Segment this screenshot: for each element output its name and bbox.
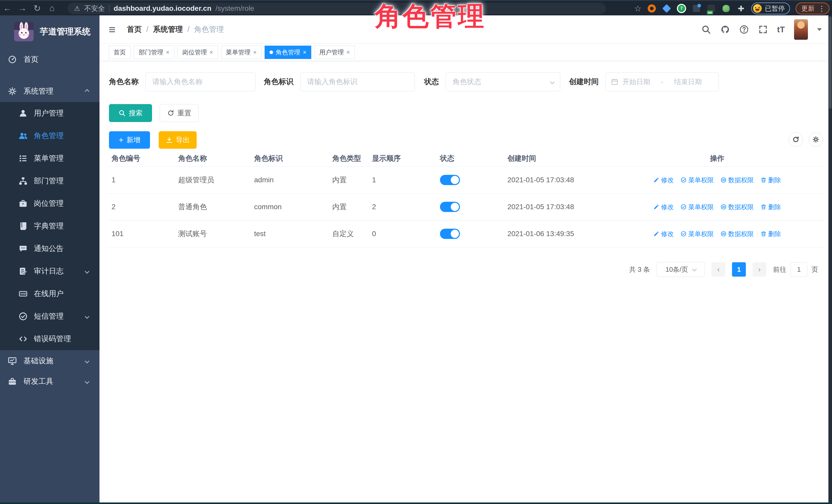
menu-permission-link[interactable]: 菜单权限: [680, 230, 714, 238]
column-header: 角色名称: [173, 154, 249, 163]
page-size-select[interactable]: 10条/页: [657, 262, 705, 277]
tab-roles[interactable]: 角色管理 ×: [265, 46, 311, 59]
extension-orange-icon[interactable]: [647, 4, 656, 13]
pagination-goto: 前往 页: [773, 262, 818, 276]
sidebar-item-dictionary[interactable]: 字典管理: [0, 215, 100, 237]
reset-button[interactable]: 重置: [160, 104, 199, 122]
menu-permission-link[interactable]: 菜单权限: [680, 176, 714, 184]
extension-switch-icon[interactable]: on: [707, 4, 716, 13]
circle-data-icon: [721, 204, 727, 210]
create-time-label: 创建时间: [569, 77, 599, 87]
close-icon[interactable]: ×: [166, 49, 170, 56]
tab-menus[interactable]: 菜单管理 ×: [221, 46, 262, 59]
tab-departments[interactable]: 部门管理 ×: [134, 46, 174, 59]
close-icon[interactable]: ×: [253, 49, 257, 56]
delete-link[interactable]: 删除: [760, 230, 781, 238]
search-icon[interactable]: [701, 25, 711, 34]
sidebar-item-sms[interactable]: 短信管理: [0, 305, 100, 328]
data-permission-link[interactable]: 数据权限: [721, 230, 754, 238]
circle-check-icon: [680, 204, 686, 210]
code-icon: [18, 334, 28, 344]
app-logo-row[interactable]: 芋道管理系统: [0, 19, 100, 44]
sidebar-toggle-icon[interactable]: ≡: [109, 23, 115, 36]
help-icon[interactable]: [739, 25, 749, 34]
trash-icon: [760, 177, 766, 183]
tab-users[interactable]: 用户管理 ×: [314, 46, 355, 59]
extension-green-circle-icon[interactable]: 7: [677, 4, 686, 13]
github-icon[interactable]: [720, 25, 730, 34]
sidebar-item-positions[interactable]: 岗位管理: [0, 192, 100, 215]
browser-reload-icon[interactable]: ↻: [30, 3, 45, 13]
extension-sprout-icon[interactable]: [722, 4, 731, 13]
export-button[interactable]: 导出: [159, 131, 197, 149]
cell-created: 2021-01-06 13:49:35: [502, 230, 610, 238]
edit-link[interactable]: 修改: [653, 230, 674, 238]
sidebar-item-audit-logs[interactable]: 审计日志: [0, 260, 100, 283]
refresh-table-button[interactable]: [789, 132, 803, 147]
tab-home[interactable]: 首页: [109, 46, 131, 59]
role-name-input[interactable]: [146, 72, 256, 91]
edit-link[interactable]: 修改: [653, 176, 674, 184]
close-icon[interactable]: ×: [346, 49, 350, 56]
sidebar-item-home[interactable]: 首页: [0, 49, 100, 70]
goto-page-input[interactable]: [790, 262, 807, 276]
role-key-input[interactable]: [300, 72, 415, 91]
column-settings-button[interactable]: [809, 132, 823, 147]
browser-menu-icon[interactable]: ⋮: [818, 4, 825, 13]
data-permission-link[interactable]: 数据权限: [721, 203, 754, 211]
add-button[interactable]: + 新增: [109, 131, 150, 149]
address-bar[interactable]: ⚠ 不安全 dashboard.yudao.iocoder.cn /system…: [68, 3, 606, 14]
cell-role-id: 1: [106, 176, 173, 184]
sidebar-item-label: 系统管理: [24, 86, 53, 97]
sidebar-item-departments[interactable]: 部门管理: [0, 170, 100, 192]
font-size-icon[interactable]: tT: [777, 25, 785, 34]
extension-gem-icon[interactable]: [662, 4, 671, 13]
table-row: 101 测试账号 test 自定义 0 2021-01-06 13:49:35 …: [106, 220, 824, 247]
close-icon[interactable]: ×: [209, 49, 213, 56]
bookmark-star-icon[interactable]: ☆: [634, 4, 642, 13]
status-toggle[interactable]: [440, 229, 460, 239]
role-name-label: 角色名称: [109, 77, 139, 87]
breadcrumb-home[interactable]: 首页: [127, 24, 142, 35]
prev-page-button[interactable]: ‹: [711, 262, 725, 276]
menu-permission-link[interactable]: 菜单权限: [680, 203, 714, 211]
close-icon[interactable]: ×: [303, 49, 306, 56]
current-page-button[interactable]: 1: [732, 262, 746, 276]
fullscreen-icon[interactable]: [758, 25, 768, 34]
sidebar-item-system[interactable]: 系统管理: [0, 80, 100, 102]
browser-update-button[interactable]: 更新 ⋮: [796, 3, 829, 15]
sidebar-item-error-codes[interactable]: 错误码管理: [0, 328, 100, 350]
data-permission-link[interactable]: 数据权限: [721, 176, 754, 184]
extension-grid-icon[interactable]: [692, 4, 701, 13]
breadcrumb-system[interactable]: 系统管理: [153, 24, 183, 35]
sidebar-item-infrastructure[interactable]: 基础设施: [0, 351, 100, 371]
status-toggle[interactable]: [440, 202, 460, 212]
status-select[interactable]: 角色状态: [446, 72, 560, 91]
delete-link[interactable]: 删除: [760, 176, 781, 184]
search-button[interactable]: 搜索: [109, 104, 152, 122]
sidebar-item-dev-tools[interactable]: 研发工具: [0, 371, 100, 392]
avatar-caret-icon[interactable]: [817, 28, 822, 31]
edit-link[interactable]: 修改: [653, 203, 674, 211]
browser-home-icon[interactable]: ⌂: [45, 3, 59, 13]
sidebar-item-online-users[interactable]: 在线用户: [0, 283, 100, 305]
security-label[interactable]: 不安全: [84, 4, 105, 13]
status-toggle[interactable]: [440, 175, 460, 185]
browser-scrollbar[interactable]: [828, 16, 832, 504]
browser-profile-button[interactable]: 已暂停: [751, 3, 790, 15]
scrollbar-thumb[interactable]: [829, 17, 831, 109]
sidebar-item-label: 部门管理: [34, 176, 63, 186]
browser-back-icon[interactable]: ←: [0, 3, 15, 13]
user-avatar[interactable]: [794, 19, 808, 40]
sidebar-item-menus[interactable]: 菜单管理: [0, 147, 100, 170]
sidebar-item-roles[interactable]: 角色管理: [0, 125, 100, 147]
browser-forward-icon[interactable]: →: [15, 3, 30, 13]
tab-positions[interactable]: 岗位管理 ×: [177, 46, 218, 59]
delete-link[interactable]: 删除: [760, 203, 781, 211]
sidebar-item-users[interactable]: 用户管理: [0, 102, 100, 125]
chevron-up-icon: [85, 89, 89, 94]
sidebar-item-notices[interactable]: 通知公告: [0, 237, 100, 260]
extensions-puzzle-icon[interactable]: ✚: [736, 4, 746, 13]
date-range-picker[interactable]: 开始日期 - 结束日期: [605, 72, 719, 91]
next-page-button[interactable]: ›: [753, 262, 766, 276]
